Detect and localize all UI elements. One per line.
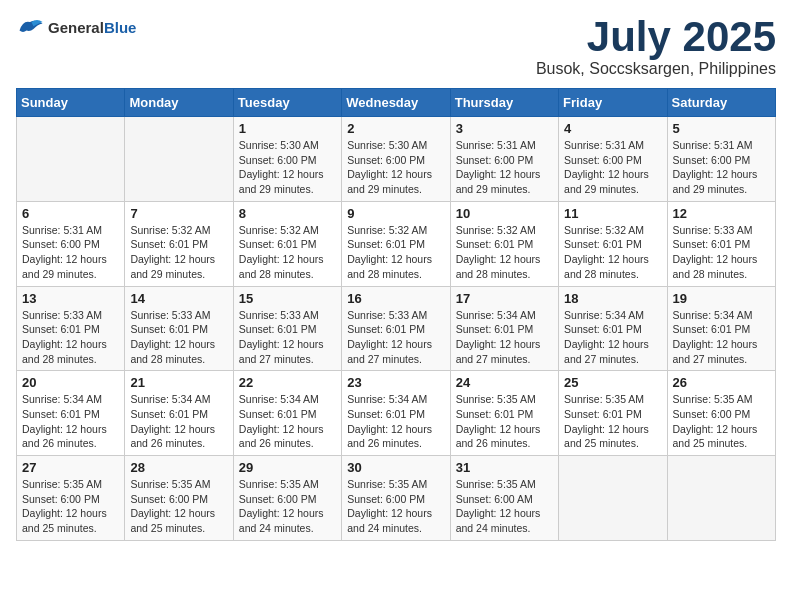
calendar-cell: 22Sunrise: 5:34 AMSunset: 6:01 PMDayligh… — [233, 371, 341, 456]
day-number: 14 — [130, 291, 227, 306]
day-number: 21 — [130, 375, 227, 390]
logo-text-block: General Blue — [48, 19, 136, 36]
day-info: Sunrise: 5:33 AMSunset: 6:01 PMDaylight:… — [22, 308, 119, 367]
calendar-cell: 4Sunrise: 5:31 AMSunset: 6:00 PMDaylight… — [559, 117, 667, 202]
calendar-cell — [667, 456, 775, 541]
day-number: 4 — [564, 121, 661, 136]
weekday-header: Friday — [559, 89, 667, 117]
day-info: Sunrise: 5:30 AMSunset: 6:00 PMDaylight:… — [239, 138, 336, 197]
calendar-week-row: 13Sunrise: 5:33 AMSunset: 6:01 PMDayligh… — [17, 286, 776, 371]
day-info: Sunrise: 5:32 AMSunset: 6:01 PMDaylight:… — [564, 223, 661, 282]
calendar-cell: 3Sunrise: 5:31 AMSunset: 6:00 PMDaylight… — [450, 117, 558, 202]
weekday-header: Monday — [125, 89, 233, 117]
day-number: 23 — [347, 375, 444, 390]
day-info: Sunrise: 5:35 AMSunset: 6:01 PMDaylight:… — [564, 392, 661, 451]
day-info: Sunrise: 5:32 AMSunset: 6:01 PMDaylight:… — [130, 223, 227, 282]
day-number: 9 — [347, 206, 444, 221]
day-number: 2 — [347, 121, 444, 136]
day-info: Sunrise: 5:34 AMSunset: 6:01 PMDaylight:… — [347, 392, 444, 451]
calendar-cell: 13Sunrise: 5:33 AMSunset: 6:01 PMDayligh… — [17, 286, 125, 371]
day-info: Sunrise: 5:32 AMSunset: 6:01 PMDaylight:… — [347, 223, 444, 282]
calendar-cell: 10Sunrise: 5:32 AMSunset: 6:01 PMDayligh… — [450, 201, 558, 286]
day-number: 8 — [239, 206, 336, 221]
calendar-cell: 18Sunrise: 5:34 AMSunset: 6:01 PMDayligh… — [559, 286, 667, 371]
calendar-cell: 9Sunrise: 5:32 AMSunset: 6:01 PMDaylight… — [342, 201, 450, 286]
day-number: 10 — [456, 206, 553, 221]
day-number: 17 — [456, 291, 553, 306]
title-block: July 2025 Busok, Soccsksargen, Philippin… — [536, 16, 776, 78]
day-info: Sunrise: 5:35 AMSunset: 6:00 PMDaylight:… — [130, 477, 227, 536]
weekday-header: Saturday — [667, 89, 775, 117]
day-number: 13 — [22, 291, 119, 306]
logo-bird-icon — [16, 16, 44, 38]
day-number: 3 — [456, 121, 553, 136]
calendar-cell: 2Sunrise: 5:30 AMSunset: 6:00 PMDaylight… — [342, 117, 450, 202]
day-number: 25 — [564, 375, 661, 390]
day-number: 22 — [239, 375, 336, 390]
calendar-cell — [17, 117, 125, 202]
calendar-week-row: 6Sunrise: 5:31 AMSunset: 6:00 PMDaylight… — [17, 201, 776, 286]
calendar-cell: 28Sunrise: 5:35 AMSunset: 6:00 PMDayligh… — [125, 456, 233, 541]
day-info: Sunrise: 5:31 AMSunset: 6:00 PMDaylight:… — [564, 138, 661, 197]
calendar-cell — [559, 456, 667, 541]
day-number: 1 — [239, 121, 336, 136]
day-info: Sunrise: 5:35 AMSunset: 6:00 PMDaylight:… — [239, 477, 336, 536]
day-number: 19 — [673, 291, 770, 306]
day-info: Sunrise: 5:31 AMSunset: 6:00 PMDaylight:… — [22, 223, 119, 282]
day-info: Sunrise: 5:35 AMSunset: 6:00 PMDaylight:… — [347, 477, 444, 536]
day-number: 6 — [22, 206, 119, 221]
day-info: Sunrise: 5:34 AMSunset: 6:01 PMDaylight:… — [130, 392, 227, 451]
weekday-header: Thursday — [450, 89, 558, 117]
day-info: Sunrise: 5:30 AMSunset: 6:00 PMDaylight:… — [347, 138, 444, 197]
day-info: Sunrise: 5:35 AMSunset: 6:00 PMDaylight:… — [22, 477, 119, 536]
day-number: 5 — [673, 121, 770, 136]
day-info: Sunrise: 5:35 AMSunset: 6:00 PMDaylight:… — [673, 392, 770, 451]
calendar-cell: 26Sunrise: 5:35 AMSunset: 6:00 PMDayligh… — [667, 371, 775, 456]
calendar-cell: 20Sunrise: 5:34 AMSunset: 6:01 PMDayligh… — [17, 371, 125, 456]
weekday-header-row: SundayMondayTuesdayWednesdayThursdayFrid… — [17, 89, 776, 117]
day-number: 30 — [347, 460, 444, 475]
calendar-cell: 12Sunrise: 5:33 AMSunset: 6:01 PMDayligh… — [667, 201, 775, 286]
calendar-cell: 17Sunrise: 5:34 AMSunset: 6:01 PMDayligh… — [450, 286, 558, 371]
day-info: Sunrise: 5:34 AMSunset: 6:01 PMDaylight:… — [239, 392, 336, 451]
day-number: 28 — [130, 460, 227, 475]
day-info: Sunrise: 5:35 AMSunset: 6:01 PMDaylight:… — [456, 392, 553, 451]
calendar-cell: 21Sunrise: 5:34 AMSunset: 6:01 PMDayligh… — [125, 371, 233, 456]
day-info: Sunrise: 5:33 AMSunset: 6:01 PMDaylight:… — [239, 308, 336, 367]
day-info: Sunrise: 5:31 AMSunset: 6:00 PMDaylight:… — [456, 138, 553, 197]
weekday-header: Wednesday — [342, 89, 450, 117]
calendar-cell: 5Sunrise: 5:31 AMSunset: 6:00 PMDaylight… — [667, 117, 775, 202]
calendar-cell: 25Sunrise: 5:35 AMSunset: 6:01 PMDayligh… — [559, 371, 667, 456]
day-info: Sunrise: 5:33 AMSunset: 6:01 PMDaylight:… — [130, 308, 227, 367]
logo-blue: Blue — [104, 19, 137, 36]
calendar-cell: 7Sunrise: 5:32 AMSunset: 6:01 PMDaylight… — [125, 201, 233, 286]
weekday-header: Sunday — [17, 89, 125, 117]
calendar-cell: 14Sunrise: 5:33 AMSunset: 6:01 PMDayligh… — [125, 286, 233, 371]
day-info: Sunrise: 5:32 AMSunset: 6:01 PMDaylight:… — [239, 223, 336, 282]
calendar-cell: 6Sunrise: 5:31 AMSunset: 6:00 PMDaylight… — [17, 201, 125, 286]
day-info: Sunrise: 5:33 AMSunset: 6:01 PMDaylight:… — [347, 308, 444, 367]
calendar-week-row: 1Sunrise: 5:30 AMSunset: 6:00 PMDaylight… — [17, 117, 776, 202]
day-info: Sunrise: 5:31 AMSunset: 6:00 PMDaylight:… — [673, 138, 770, 197]
day-number: 27 — [22, 460, 119, 475]
calendar-cell: 27Sunrise: 5:35 AMSunset: 6:00 PMDayligh… — [17, 456, 125, 541]
day-number: 12 — [673, 206, 770, 221]
day-info: Sunrise: 5:33 AMSunset: 6:01 PMDaylight:… — [673, 223, 770, 282]
day-info: Sunrise: 5:34 AMSunset: 6:01 PMDaylight:… — [673, 308, 770, 367]
day-number: 31 — [456, 460, 553, 475]
day-info: Sunrise: 5:32 AMSunset: 6:01 PMDaylight:… — [456, 223, 553, 282]
calendar-cell: 30Sunrise: 5:35 AMSunset: 6:00 PMDayligh… — [342, 456, 450, 541]
day-number: 16 — [347, 291, 444, 306]
day-number: 29 — [239, 460, 336, 475]
calendar-week-row: 20Sunrise: 5:34 AMSunset: 6:01 PMDayligh… — [17, 371, 776, 456]
calendar-cell: 31Sunrise: 5:35 AMSunset: 6:00 AMDayligh… — [450, 456, 558, 541]
logo: General Blue — [16, 16, 136, 38]
day-info: Sunrise: 5:35 AMSunset: 6:00 AMDaylight:… — [456, 477, 553, 536]
day-number: 24 — [456, 375, 553, 390]
day-number: 26 — [673, 375, 770, 390]
logo-general: General — [48, 19, 104, 36]
calendar-cell: 1Sunrise: 5:30 AMSunset: 6:00 PMDaylight… — [233, 117, 341, 202]
day-info: Sunrise: 5:34 AMSunset: 6:01 PMDaylight:… — [564, 308, 661, 367]
calendar-cell: 23Sunrise: 5:34 AMSunset: 6:01 PMDayligh… — [342, 371, 450, 456]
weekday-header: Tuesday — [233, 89, 341, 117]
